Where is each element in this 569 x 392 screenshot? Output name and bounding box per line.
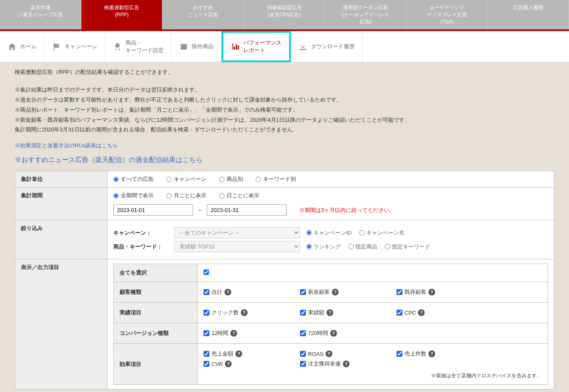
output-table: 全てを選択 顧客種類 合計? 新規顧客? 既存顧客? 実績項目 クリック数? 実…: [113, 264, 548, 385]
tilde: ～: [197, 206, 203, 214]
chk-sales[interactable]: 売上金額?: [204, 350, 300, 358]
date-warning: ※期間は3ヶ月以内に絞ってください。: [299, 206, 395, 214]
top-tab-cpa[interactable]: 効果保証型広告(楽天CPA広告): [244, 0, 325, 29]
unit-option-all[interactable]: すべての広告: [113, 175, 154, 183]
sub-tab-bar: ホーム キャンペーン 商品・キーワード設定 除外商品 パフォーマンスレポート ダ…: [0, 31, 569, 63]
chk-salescount[interactable]: 売上件数?: [397, 350, 493, 358]
help-icon[interactable]: ?: [326, 309, 333, 316]
help-icon[interactable]: ?: [330, 330, 337, 337]
keyword-radio[interactable]: 指定キーワード: [385, 243, 430, 251]
download-icon: [298, 42, 308, 51]
chk-total[interactable]: 合計?: [204, 288, 300, 296]
product-select[interactable]: 実績額 TOP10: [174, 241, 300, 252]
chart-icon: [231, 42, 240, 51]
sub-tab-exclude[interactable]: 除外商品: [172, 31, 222, 62]
date-to-input[interactable]: [207, 204, 287, 216]
chk-actual[interactable]: 実績額?: [300, 309, 397, 316]
note-text: ※過去分のデータは変動する可能性があります。弊社が不正であると判断したクリックに…: [15, 96, 554, 105]
select-all-label: 全てを選択: [114, 264, 198, 282]
home-icon: [8, 42, 17, 51]
period-option-all[interactable]: 全期間で表示: [113, 192, 154, 199]
date-from-input[interactable]: [113, 204, 193, 216]
help-icon[interactable]: ?: [241, 309, 248, 316]
sub-tab-product[interactable]: 商品・キーワード設定: [105, 31, 172, 62]
sub-tab-campaign[interactable]: キャンペーン: [44, 31, 105, 62]
briefcase-icon: [179, 42, 188, 51]
flag-icon: [52, 42, 61, 51]
top-tab-coupon[interactable]: 運用型クーポン広告(クーポンアドバンス広告): [325, 0, 407, 29]
top-tab-tda[interactable]: ターゲティングディスプレイ広告(TDA): [407, 0, 488, 29]
period-option-month[interactable]: 月ごとに表示: [166, 192, 206, 199]
note-text: ※集計結果は昨日までのデータです。本日分のデータは翌日反映されます。: [15, 86, 554, 94]
top-tab-bar: 楽天市場／楽天グループ広告 検索連動型広告(RPP) おすすめニュース広告 効果…: [0, 0, 569, 31]
past-results-link[interactable]: ※おすすめニュース広告（楽天配信）の過去配信結果はこちら: [15, 156, 554, 165]
select-all-checkbox[interactable]: [204, 269, 209, 275]
cross-device-note: ※実績は全て店舗内クロスデバイスを含みます。: [204, 372, 542, 379]
campaign-name-radio[interactable]: キャンペーン名: [359, 229, 405, 237]
top-tab-rpp[interactable]: 検索連動型広告(RPP): [81, 0, 163, 29]
campaign-filter-label: キャンペーン：: [113, 229, 168, 237]
help-icon[interactable]: ?: [428, 289, 435, 295]
chk-cvr[interactable]: CVR?: [204, 360, 300, 368]
output-label: 表示／出力項目: [15, 259, 107, 389]
conv-label: コンバージョン種類: [114, 323, 198, 344]
note-text: ※商品別レポート、キーワード別レポートは、集計期間「月ごとに表示」、「全期間で表…: [15, 106, 554, 115]
chk-clicks[interactable]: クリック数?: [204, 309, 300, 316]
period-option-day[interactable]: 日ごとに表示: [219, 192, 259, 199]
help-icon[interactable]: ?: [428, 350, 435, 357]
help-icon[interactable]: ?: [326, 350, 332, 357]
content-area: 検索連動型広告（RPP）の配信結果を確認することができます。 ※集計結果は昨日ま…: [0, 63, 569, 392]
help-icon[interactable]: ?: [225, 361, 232, 367]
note-text: ※新規顧客・既存顧客別のパフォーマンス実績、ならびに12時間コンバージョン計測デ…: [15, 116, 554, 125]
product-radio[interactable]: 指定商品: [348, 243, 377, 251]
help-icon[interactable]: ?: [230, 330, 237, 337]
filter-label: 絞り込み: [15, 220, 107, 259]
rux-link[interactable]: ※効果測定と改善方法のRUx講座はこちら: [15, 142, 118, 149]
help-icon[interactable]: ?: [343, 361, 350, 367]
note-text: 集計期間に2020年3月31日以前の期間が含まれる場合、配信結果を検索・ダウンロ…: [15, 125, 554, 134]
top-tab-history[interactable]: 広告購入履歴: [488, 0, 569, 29]
effect-label: 効果項目: [114, 344, 198, 385]
product-filter-label: 商品・キーワード：: [113, 243, 168, 251]
actual-label: 実績項目: [114, 303, 198, 323]
top-tab-rakuten[interactable]: 楽天市場／楽天グループ広告: [0, 0, 81, 29]
help-icon[interactable]: ?: [224, 289, 231, 295]
unit-option-keyword[interactable]: キーワード別: [256, 175, 296, 183]
help-icon[interactable]: ?: [235, 350, 242, 357]
help-icon[interactable]: ?: [332, 289, 339, 295]
chk-orderunit[interactable]: 注文獲得単価?: [300, 360, 397, 368]
period-label: 集計期間: [15, 188, 107, 220]
sub-tab-download[interactable]: ダウンロード履歴: [291, 31, 363, 62]
campaign-id-radio[interactable]: キャンペーンID: [306, 229, 352, 237]
rocket-icon: [113, 42, 122, 51]
sub-tab-home[interactable]: ホーム: [0, 31, 44, 62]
chk-new[interactable]: 新規顧客?: [300, 288, 397, 296]
campaign-select[interactable]: -- 全てのキャンペーン --: [174, 227, 300, 238]
customer-type-label: 顧客種類: [114, 282, 198, 303]
unit-option-campaign[interactable]: キャンペーン: [166, 175, 206, 183]
help-icon[interactable]: ?: [418, 309, 425, 316]
chk-roas[interactable]: ROAS?: [300, 350, 397, 358]
description-text: 検索連動型広告（RPP）の配信結果を確認することができます。: [15, 68, 554, 77]
chk-existing[interactable]: 既存顧客?: [397, 288, 493, 296]
chk-720h[interactable]: 720時間?: [300, 329, 397, 337]
chk-cpc[interactable]: CPC?: [397, 309, 493, 316]
sub-tab-performance[interactable]: パフォーマンスレポート: [222, 31, 291, 62]
chk-12h[interactable]: 12時間?: [204, 329, 300, 337]
top-tab-news[interactable]: おすすめニュース広告: [162, 0, 244, 29]
unit-label: 集計単位: [15, 171, 107, 188]
search-form: 集計単位 すべての広告 キャンペーン 商品別 キーワード別 集計期間 全期間で表…: [15, 171, 554, 389]
unit-option-product[interactable]: 商品別: [219, 175, 243, 183]
ranking-radio[interactable]: ランキング: [306, 243, 341, 251]
